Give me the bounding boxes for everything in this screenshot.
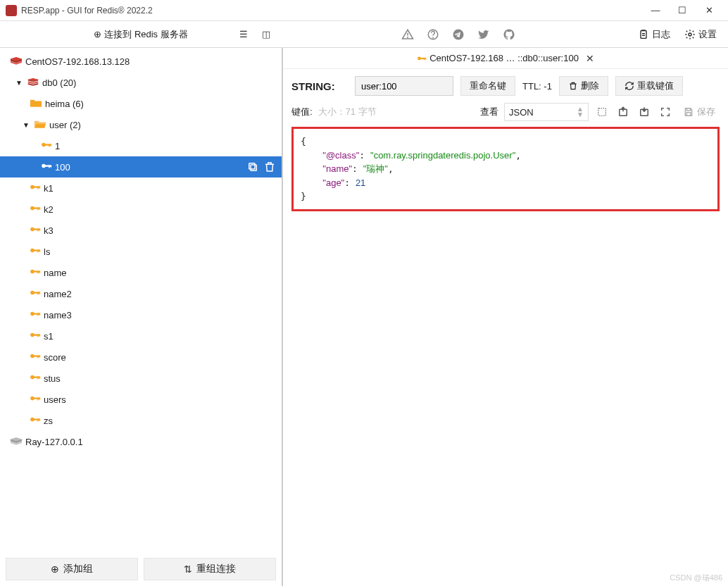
svg-point-1: [408, 37, 408, 37]
gear-icon: [684, 29, 696, 40]
settings-button[interactable]: 设置: [680, 26, 721, 43]
svg-rect-4: [641, 30, 646, 38]
telegram-icon[interactable]: [448, 25, 468, 44]
alert-icon[interactable]: [398, 25, 418, 44]
close-button[interactable]: ✕: [696, 1, 722, 20]
window-title: RESP.app - GUI for Redis® 2022.2: [21, 6, 642, 15]
toolbar: ⊕ 连接到 Redis 服务器 ☰ ◫ 日志: [0, 21, 728, 48]
list-icon[interactable]: ☰: [234, 25, 253, 44]
connect-server-button[interactable]: ⊕ 连接到 Redis 服务器: [94, 28, 187, 41]
titlebar: RESP.app - GUI for Redis® 2022.2 — ☐ ✕: [0, 0, 728, 21]
panel-icon[interactable]: ◫: [256, 25, 276, 44]
log-button[interactable]: 日志: [634, 26, 674, 43]
maximize-button[interactable]: ☐: [669, 1, 696, 20]
settings-label: 设置: [698, 28, 717, 41]
github-icon[interactable]: [499, 25, 519, 44]
svg-point-3: [433, 37, 434, 38]
minimize-button[interactable]: —: [642, 1, 669, 20]
app-icon: [6, 5, 17, 16]
svg-point-7: [689, 33, 691, 36]
help-icon[interactable]: [423, 25, 443, 44]
twitter-icon[interactable]: [474, 25, 494, 44]
connect-label: 连接到 Redis 服务器: [104, 28, 187, 41]
plus-circle-icon: ⊕: [94, 29, 101, 39]
log-label: 日志: [652, 28, 670, 41]
clipboard-icon: [638, 29, 649, 40]
